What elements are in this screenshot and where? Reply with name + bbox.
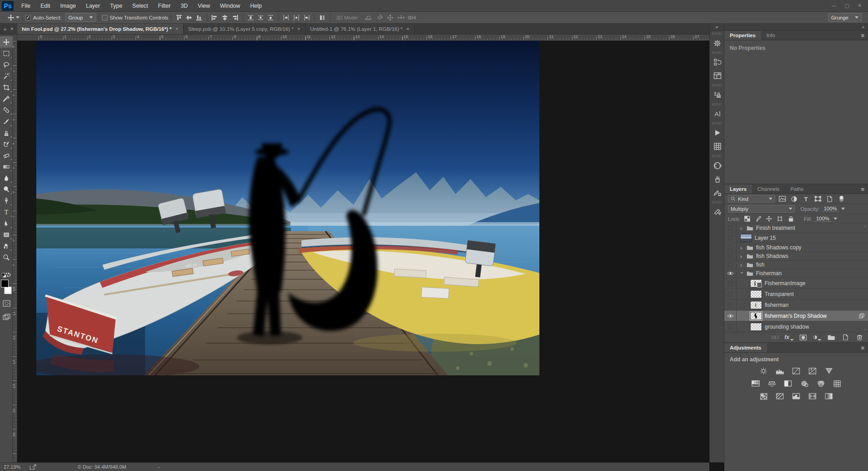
- vertical-ruler[interactable]: 012345678910111213141516: [13, 41, 17, 462]
- tab-close-icon[interactable]: ✕: [406, 27, 410, 31]
- expand-chevron[interactable]: ›: [740, 253, 744, 259]
- crop-tool[interactable]: [0, 82, 13, 93]
- align-vertical-centers-icon[interactable]: [184, 13, 194, 22]
- menu-window[interactable]: Window: [215, 0, 245, 12]
- history-panel-icon[interactable]: [710, 55, 725, 69]
- layer-row[interactable]: › Finish treatment: [724, 224, 868, 233]
- navigator-panel-icon[interactable]: [710, 36, 725, 50]
- align-right-edges-icon[interactable]: [230, 13, 240, 22]
- smart-object-filter-icon[interactable]: [825, 195, 834, 203]
- options-bar-grip[interactable]: [1, 13, 4, 22]
- tab-close-icon[interactable]: ✕: [10, 27, 14, 31]
- type-tool[interactable]: T: [0, 206, 13, 218]
- share-icon[interactable]: [29, 464, 37, 470]
- panel-menu-icon[interactable]: ≡: [857, 185, 868, 194]
- actions-panel-icon[interactable]: [710, 126, 725, 140]
- scroll-down-icon[interactable]: ⌄: [863, 326, 867, 331]
- distribute-horizontal-centers-icon[interactable]: [291, 13, 301, 22]
- visibility-toggle[interactable]: [724, 278, 737, 288]
- history-brush-tool[interactable]: [0, 138, 13, 150]
- new-adjustment-layer-icon[interactable]: [813, 334, 821, 341]
- show-transform-checkbox[interactable]: [102, 15, 107, 20]
- gradient-map-icon[interactable]: [808, 392, 818, 400]
- layer-row[interactable]: › fisherman: [724, 300, 868, 311]
- clone-source-panel-icon[interactable]: [710, 88, 725, 102]
- lock-image-pixels-icon[interactable]: [754, 215, 762, 223]
- expand-chevron[interactable]: ›: [740, 245, 744, 251]
- adjustment-layer-filter-icon[interactable]: [790, 195, 799, 203]
- rectangular-marquee-tool[interactable]: [0, 48, 13, 59]
- status-options-chevron[interactable]: ›: [158, 464, 160, 470]
- layer-row[interactable]: › fish Shadows copy: [724, 243, 868, 252]
- brushes-panel-icon[interactable]: [710, 172, 725, 186]
- brush-tool[interactable]: [0, 116, 13, 127]
- tab-layers[interactable]: Layers: [724, 185, 752, 194]
- link-layers-icon[interactable]: [771, 334, 779, 341]
- layer-thumbnail[interactable]: [750, 312, 762, 320]
- hand-tool[interactable]: [0, 240, 13, 252]
- tab-overflow-icon[interactable]: »: [4, 26, 6, 32]
- workspace-switcher[interactable]: Grunge: [828, 13, 862, 22]
- clone-stamp-tool[interactable]: [0, 127, 13, 138]
- expand-chevron[interactable]: ›: [740, 262, 744, 268]
- posterize-icon[interactable]: [775, 392, 785, 400]
- info-panel-icon[interactable]: [710, 69, 725, 83]
- opacity-caret[interactable]: [841, 208, 845, 210]
- lock-transparent-pixels-icon[interactable]: [743, 215, 752, 223]
- styles-panel-icon[interactable]: [710, 205, 725, 219]
- distribute-left-edges-icon[interactable]: [281, 13, 291, 22]
- tab-info[interactable]: Info: [761, 31, 781, 40]
- new-group-icon[interactable]: [827, 334, 835, 341]
- layer-row[interactable]: › Layer 15: [724, 233, 868, 243]
- tab-channels[interactable]: Channels: [752, 185, 785, 194]
- panel-menu-icon[interactable]: ≡: [857, 31, 868, 40]
- blur-tool[interactable]: [0, 172, 13, 184]
- gradient-tool[interactable]: [0, 161, 13, 172]
- collapse-panels-icon[interactable]: «: [710, 24, 724, 31]
- move-tool[interactable]: [0, 36, 13, 48]
- distribute-right-edges-icon[interactable]: [301, 13, 311, 22]
- spot-healing-brush-tool[interactable]: [0, 104, 13, 116]
- tab-adjustments[interactable]: Adjustments: [724, 343, 767, 352]
- filtering-toggle[interactable]: [837, 195, 846, 203]
- libraries-panel-icon[interactable]: [710, 159, 725, 172]
- panel-menu-icon[interactable]: ≡: [857, 343, 868, 352]
- layer-row[interactable]: › fish Shadows: [724, 252, 868, 261]
- menu-image[interactable]: Image: [55, 0, 81, 12]
- black-and-white-icon[interactable]: [783, 379, 793, 388]
- distribute-spacing-icon[interactable]: [317, 13, 327, 22]
- align-top-edges-icon[interactable]: [174, 13, 184, 22]
- visibility-toggle[interactable]: [724, 233, 737, 243]
- threshold-icon[interactable]: [791, 392, 801, 400]
- layer-row[interactable]: › FishermanImage: [724, 278, 868, 289]
- scroll-up-icon[interactable]: ⌃: [863, 225, 867, 229]
- visibility-toggle[interactable]: [724, 321, 737, 332]
- swap-colors-icon[interactable]: [6, 273, 11, 278]
- layer-row[interactable]: › grounding shadow: [724, 321, 868, 332]
- quick-mask-mode-button[interactable]: [0, 298, 13, 309]
- magic-wand-tool[interactable]: [0, 70, 13, 82]
- ruler-origin-corner[interactable]: [13, 34, 17, 41]
- lock-artboard-nesting-icon[interactable]: [776, 215, 784, 223]
- canvas-area[interactable]: 1 01234567891011121314151617181920212223…: [13, 34, 709, 462]
- dodge-tool[interactable]: [0, 184, 13, 195]
- auto-select-target-dropdown[interactable]: Group: [65, 13, 96, 22]
- menu-help[interactable]: Help: [245, 0, 267, 12]
- layer-row[interactable]: › fisherman's Drop Shadow: [724, 311, 868, 321]
- align-bottom-edges-icon[interactable]: [194, 13, 204, 22]
- menu-view[interactable]: View: [193, 0, 215, 12]
- maximize-icon[interactable]: ▢: [844, 3, 849, 9]
- layer-effects-icon[interactable]: fx: [785, 334, 793, 341]
- selective-color-icon[interactable]: [824, 392, 834, 400]
- distribute-top-edges-icon[interactable]: [246, 13, 256, 22]
- photo-filter-icon[interactable]: [800, 379, 810, 388]
- layer-row[interactable]: › fish: [724, 261, 868, 269]
- document-tab[interactable]: Sleep.psb @ 10.1% (Layer 5 copy, RGB/16)…: [184, 24, 305, 34]
- color-lookup-icon[interactable]: [832, 379, 842, 388]
- menu-type[interactable]: Type: [105, 0, 127, 12]
- exposure-icon[interactable]: [808, 367, 818, 375]
- visibility-toggle[interactable]: [724, 243, 737, 252]
- document-tab[interactable]: hin Fool.psd @ 27.2% (fisherman's Drop S…: [17, 24, 184, 34]
- curves-icon[interactable]: [791, 367, 801, 375]
- vibrance-icon[interactable]: [824, 367, 834, 375]
